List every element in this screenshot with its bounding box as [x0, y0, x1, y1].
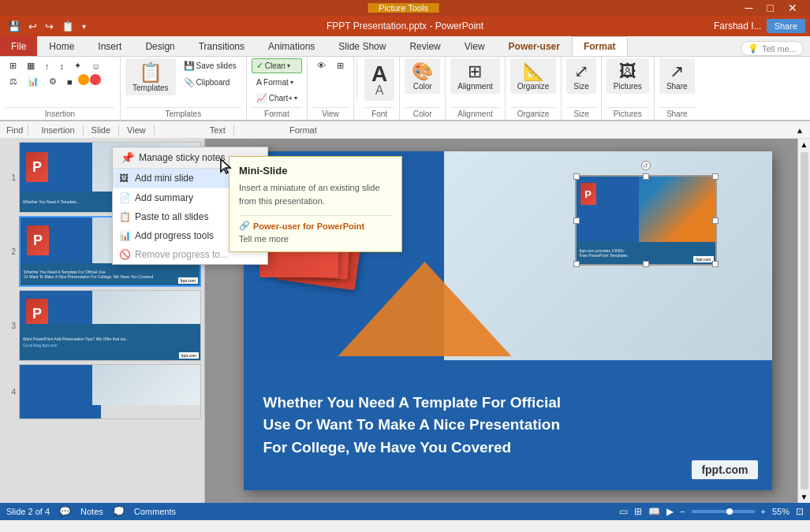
slide-thumb-4[interactable]: 4 [0, 364, 204, 419]
ribbon-content: ⊞ ▦ ↑ ↕ ✦ ☺ ⚖ 📊 ⚙ ■ Insertion 📋 Manage s… [0, 57, 810, 121]
tab-slideshow[interactable]: Slide Show [327, 36, 398, 56]
grid-ribbon-btn[interactable]: ⊞ [332, 58, 349, 73]
maximize-btn[interactable]: □ [761, 0, 780, 16]
insert-chart[interactable]: 📊 [23, 74, 43, 89]
organize-btn[interactable]: 📐 Organize [510, 58, 557, 94]
zoom-plus[interactable]: + [761, 507, 766, 516]
save-qat-btn[interactable]: 💾 [5, 19, 24, 34]
zoom-level[interactable]: 55% [772, 507, 789, 516]
clipboard-btn[interactable]: 📎 Clipboard [179, 75, 241, 90]
tab-poweruser[interactable]: Power-user [497, 36, 572, 56]
insert-arr2[interactable]: ↕ [55, 58, 69, 73]
slide-thumb-3[interactable]: 3 P Want PowerPoint Add Presentation Tip… [0, 290, 204, 361]
align-icon: ⊞ [468, 61, 482, 82]
insert-sq[interactable]: ■ [62, 74, 77, 89]
insert-smiley[interactable]: ☺ [87, 58, 105, 73]
comments-label[interactable]: Comments [134, 507, 176, 516]
tab-format[interactable]: Format [572, 36, 628, 56]
grid-icon: ⊞ [9, 61, 17, 71]
handle-bl[interactable] [573, 261, 580, 267]
format-btn-ribbon[interactable]: A Format ▾ [252, 75, 302, 89]
insert-grid-btn[interactable]: ▦ [22, 58, 39, 73]
group-share: ↗ Share Share [655, 57, 700, 120]
tell-me-box[interactable]: 💡 Tell me... [741, 41, 804, 56]
minimize-btn[interactable]: ─ [739, 0, 760, 16]
tab-design[interactable]: Design [133, 36, 186, 56]
bar-sep3 [118, 125, 119, 136]
scroll-right-btn[interactable]: ▲ [796, 126, 804, 135]
tab-transitions[interactable]: Transitions [187, 36, 256, 56]
tell-more-link[interactable]: Tell me more [239, 234, 392, 244]
templates-btn[interactable]: 📋 Manage sticky notes Templates [125, 58, 176, 95]
redo-btn[interactable]: ↪ [42, 19, 57, 34]
zoom-minus[interactable]: − [680, 507, 685, 516]
pictures-btn[interactable]: 🖼 Pictures [607, 58, 649, 94]
mini-slide-box[interactable]: P fppt.com provides 10000+Free PowerPoin… [575, 175, 717, 266]
summary-icon: 📄 [119, 192, 131, 203]
handle-br[interactable] [712, 261, 719, 267]
scroll-thumb[interactable] [801, 152, 808, 489]
undo-btn[interactable]: ↩ [25, 19, 40, 34]
font-btn[interactable]: A A [364, 58, 394, 101]
tab-animations[interactable]: Animations [256, 36, 327, 56]
tab-review[interactable]: Review [398, 36, 452, 56]
clipboard-icon: 📎 [184, 77, 195, 87]
handle-bm[interactable] [643, 261, 649, 267]
comments-icon-status: 💭 [113, 506, 125, 517]
rotate-handle[interactable]: ↺ [641, 161, 651, 170]
arrows-icon: ↕ [60, 61, 65, 71]
normal-view-btn[interactable]: ▭ [619, 506, 628, 517]
handle-tl[interactable] [573, 173, 580, 180]
power-user-link[interactable]: Power-user for PowerPoint [253, 221, 364, 231]
insert-star[interactable]: ✦ [69, 58, 86, 73]
share-button[interactable]: Share [767, 19, 805, 33]
tab-home[interactable]: Home [37, 36, 86, 56]
scroll-down-btn[interactable]: ▼ [799, 491, 810, 503]
insert-scale[interactable]: ⚖ [5, 74, 22, 89]
handle-tr[interactable] [712, 173, 719, 180]
user-label[interactable]: Farshad I... [714, 20, 762, 32]
clean-btn[interactable]: ✓ Clean ▾ [252, 58, 302, 73]
slide2-p-icon: P [27, 225, 49, 255]
insert-shape-btn[interactable]: ⊞ [5, 58, 21, 73]
color-ribbon-btn[interactable]: 🎨 Color [405, 58, 440, 94]
scroll-up-btn[interactable]: ▲ [799, 139, 810, 151]
alignment-btn[interactable]: ⊞ Alignment [450, 58, 499, 94]
insert-c1[interactable] [78, 74, 89, 85]
picture-icon: 🖼 [619, 61, 636, 82]
reading-view-btn[interactable]: 📖 [648, 506, 660, 517]
ctx-add-progress-label: Add progress tools [135, 230, 214, 241]
handle-tm[interactable] [643, 173, 649, 180]
fit-slide-btn[interactable]: ⊡ [796, 506, 804, 517]
qat-dropdown[interactable]: ▾ [79, 20, 89, 32]
group-templates: 📋 Manage sticky notes Templates 💾 Save s… [121, 57, 247, 120]
view-ribbon-btn[interactable]: 👁 [312, 58, 330, 73]
close-btn[interactable]: ✕ [782, 0, 804, 16]
scrollbar-right[interactable]: ▲ ▼ [797, 139, 810, 503]
notes-label[interactable]: Notes [80, 507, 103, 516]
alignment-label: Alignment [450, 107, 499, 118]
present-btn[interactable]: 📋 [58, 19, 77, 34]
chart-plus-btn[interactable]: 📈 Chart+ ▾ [252, 91, 302, 106]
size-btn[interactable]: ⤢ Size [566, 58, 595, 94]
slide-num-2: 2 [3, 247, 16, 256]
tab-view[interactable]: View [453, 36, 497, 56]
insert-c2[interactable] [90, 74, 101, 85]
slide-info: Slide 2 of 4 [6, 507, 50, 516]
group-color: 🎨 Color Color [400, 57, 446, 120]
insert-arr1[interactable]: ↑ [40, 58, 54, 73]
tab-insert[interactable]: Insert [86, 36, 133, 56]
tooltip-popup: Mini-Slide Insert a miniature of an exis… [229, 156, 402, 252]
font-label: Font [364, 107, 394, 118]
zoom-slider[interactable] [692, 510, 755, 513]
save-slides-btn[interactable]: 💾 Save slides [179, 58, 241, 73]
handle-mr[interactable] [712, 218, 719, 224]
color-label: Color [405, 107, 440, 118]
slideshow-btn[interactable]: ▶ [666, 506, 674, 517]
handle-ml[interactable] [573, 218, 580, 224]
tab-file[interactable]: File [0, 36, 37, 56]
save-icon: 💾 [184, 61, 195, 71]
slide-sorter-btn[interactable]: ⊞ [634, 506, 642, 517]
insert-gear[interactable]: ⚙ [44, 74, 62, 89]
share-ribbon-btn[interactable]: ↗ Share [659, 58, 695, 94]
